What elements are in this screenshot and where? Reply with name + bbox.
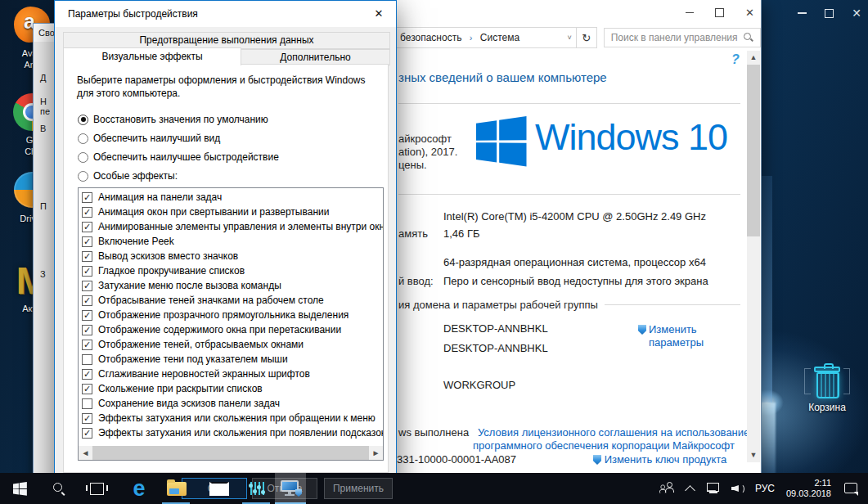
- sysprops-text-fragment: пе: [40, 106, 50, 116]
- system-properties-window[interactable]: Свой ДНпеВПЗ: [33, 23, 56, 476]
- clock[interactable]: 2:11 09.03.2018: [786, 478, 831, 499]
- radio-icon[interactable]: [78, 133, 88, 144]
- checkbox-icon[interactable]: ✓: [82, 369, 92, 380]
- system-window-titlebar[interactable]: ✕: [385, 0, 761, 25]
- vertical-scrollbar[interactable]: ▲ ▼: [747, 51, 760, 462]
- breadcrumb-dropdown-icon[interactable]: ˅: [564, 34, 576, 42]
- checkbox-icon[interactable]: ✓: [82, 428, 92, 439]
- scroll-right-icon[interactable]: ►: [369, 446, 383, 460]
- checkbox-icon[interactable]: ✓: [82, 251, 92, 262]
- checkbox-icon[interactable]: ✓: [82, 340, 92, 350]
- breadcrumb[interactable]: безопасность › Система ˅: [385, 27, 577, 48]
- effect-label: Отбрасывание теней значками на рабочем с…: [98, 295, 324, 306]
- close-icon[interactable]: ✕: [371, 7, 386, 21]
- checkbox-icon[interactable]: ✓: [82, 384, 92, 394]
- change-settings-link[interactable]: Изменить параметры: [638, 323, 704, 349]
- scroll-left-icon[interactable]: ◄: [79, 446, 92, 460]
- checkbox-icon[interactable]: ✓: [82, 310, 92, 321]
- settings-app-button[interactable]: [245, 473, 269, 504]
- checkbox-icon[interactable]: ✓: [82, 192, 92, 203]
- effect-row[interactable]: ✓Сглаживание неровностей экранных шрифто…: [79, 367, 383, 381]
- radio-option[interactable]: Особые эффекты:: [78, 170, 279, 182]
- recycle-bin[interactable]: Корзина: [798, 363, 856, 413]
- effect-row[interactable]: ✓Анимированные элементы управления и эле…: [79, 219, 383, 234]
- task-view-button[interactable]: [84, 473, 109, 504]
- mail-button[interactable]: [207, 473, 232, 504]
- effect-row[interactable]: Отображение тени под указателем мыши: [79, 352, 383, 367]
- license-terms-link-line2[interactable]: программного обеспечения корпорации Майк…: [473, 439, 735, 452]
- checkbox-icon[interactable]: ✓: [82, 281, 92, 291]
- checkbox-icon[interactable]: ✓: [82, 295, 92, 306]
- effect-row[interactable]: ✓Эффекты затухания или скольжения при об…: [79, 411, 383, 425]
- volume-icon[interactable]: [731, 483, 745, 494]
- horizontal-scrollbar[interactable]: ◄ ►: [79, 446, 383, 460]
- maximize-icon[interactable]: [715, 8, 724, 17]
- effect-row[interactable]: ✓Отображение теней, отбрасываемых окнами: [79, 337, 383, 352]
- scroll-down-icon[interactable]: ▼: [747, 448, 760, 462]
- effect-row[interactable]: ✓Отображение содержимого окна при перета…: [79, 322, 383, 337]
- computer-name-section-header: ия домена и параметры рабочей группы: [398, 299, 740, 311]
- effect-row[interactable]: ✓Скольжение при раскрытии списков: [79, 381, 383, 396]
- radio-option[interactable]: Обеспечить наилучший вид: [78, 133, 279, 144]
- close-icon[interactable]: ✕: [852, 7, 861, 19]
- effect-row[interactable]: ✓Анимация на панели задач: [79, 190, 383, 205]
- file-explorer-button[interactable]: [164, 473, 189, 504]
- checkbox-icon[interactable]: [82, 398, 92, 409]
- checkbox-icon[interactable]: ✓: [82, 266, 92, 277]
- edge-button[interactable]: [127, 473, 151, 504]
- checkbox-icon[interactable]: ✓: [82, 222, 92, 232]
- tab-advanced[interactable]: Дополнительно: [241, 49, 390, 65]
- maximize-icon[interactable]: [825, 9, 834, 18]
- show-hidden-icons-chevron[interactable]: [685, 485, 695, 496]
- radio-option[interactable]: Обеспечить наилучшее быстродействие: [78, 151, 279, 163]
- breadcrumb-item[interactable]: безопасность: [400, 32, 461, 43]
- change-product-key-link[interactable]: Изменить ключ продукта: [593, 453, 726, 466]
- scrollbar-thumb[interactable]: [747, 65, 760, 236]
- minimize-icon[interactable]: [798, 12, 807, 14]
- radio-icon[interactable]: [78, 152, 88, 163]
- system-properties-task-button[interactable]: [278, 473, 303, 504]
- radio-option[interactable]: Восстановить значения по умолчанию: [78, 114, 279, 125]
- checkbox-icon[interactable]: ✓: [82, 207, 92, 218]
- help-icon[interactable]: ?: [731, 52, 740, 67]
- apply-button[interactable]: Применить: [324, 478, 393, 499]
- folder-icon: [167, 482, 187, 496]
- system-type-value: 64-разрядная операционная система, проце…: [443, 256, 706, 268]
- visual-effects-list[interactable]: ✓Анимация на панели задач✓Анимация окон …: [78, 187, 384, 461]
- effect-row[interactable]: ✓Гладкое прокручивание списков: [79, 263, 383, 278]
- license-terms-link[interactable]: Условия лицензионного соглашения на испо…: [478, 426, 749, 439]
- checkbox-icon[interactable]: ✓: [82, 413, 92, 424]
- close-icon[interactable]: ✕: [745, 7, 754, 19]
- effect-row[interactable]: ✓Вывод эскизов вместо значков: [79, 249, 383, 263]
- effect-row[interactable]: ✓Включение Peek: [79, 234, 383, 249]
- action-center-icon[interactable]: [844, 483, 858, 494]
- start-button[interactable]: [7, 473, 32, 504]
- effect-row[interactable]: Сохранение вида эскизов панели задач: [79, 396, 383, 411]
- search-placeholder: Поиск в панели управления: [611, 32, 738, 43]
- radio-icon[interactable]: [78, 115, 88, 125]
- effect-row[interactable]: ✓Отбрасывание теней значками на рабочем …: [79, 293, 383, 308]
- radio-icon[interactable]: [78, 171, 88, 182]
- minimize-icon[interactable]: [686, 12, 694, 13]
- refresh-button[interactable]: ↻: [577, 27, 597, 48]
- scrollbar-thumb[interactable]: [92, 446, 369, 460]
- search-icon[interactable]: [744, 33, 753, 43]
- tab-visual-effects[interactable]: Визуальные эффекты: [63, 47, 241, 65]
- effect-row[interactable]: ✓Эффекты затухания или скольжения при по…: [79, 425, 383, 440]
- network-icon[interactable]: [707, 483, 720, 494]
- full-name-value: DESKTOP-ANNBHKL: [443, 342, 548, 354]
- effect-row[interactable]: ✓Затухание меню после вызова команды: [79, 278, 383, 293]
- effect-row[interactable]: ✓Отображение прозрачного прямоугольника …: [79, 308, 383, 322]
- dialog-titlebar[interactable]: Параметры быстродействия ✕: [55, 1, 396, 27]
- taskbar-search-button[interactable]: [47, 473, 71, 504]
- checkbox-icon[interactable]: ✓: [82, 325, 92, 335]
- search-input[interactable]: Поиск в панели управления: [604, 28, 761, 47]
- scroll-up-icon[interactable]: ▲: [747, 51, 760, 65]
- people-icon[interactable]: [659, 482, 675, 495]
- breadcrumb-item-current[interactable]: Система: [480, 32, 519, 43]
- tab-data-execution-prevention[interactable]: Предотвращение выполнения данных: [63, 32, 390, 49]
- checkbox-icon[interactable]: ✓: [82, 236, 92, 247]
- checkbox-icon[interactable]: [82, 354, 92, 365]
- effect-row[interactable]: ✓Анимация окон при свертывании и разверт…: [79, 205, 383, 219]
- language-indicator[interactable]: РУС: [755, 483, 775, 494]
